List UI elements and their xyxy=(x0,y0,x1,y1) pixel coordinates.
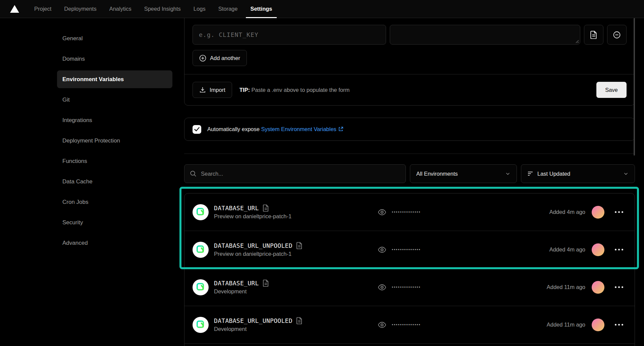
variable-environment: Preview on danieltprice-patch-1 xyxy=(214,251,303,257)
environment-filter-select[interactable]: All Environments xyxy=(410,164,517,183)
sidebar-item-advanced[interactable]: Advanced xyxy=(57,234,172,252)
environment-variables-list: DATABASE_URL Preview on danieltprice-pat… xyxy=(184,193,635,346)
row-menu-button[interactable] xyxy=(613,285,625,289)
chevron-down-icon xyxy=(505,171,511,176)
vercel-triangle-icon xyxy=(10,5,19,13)
neon-integration-icon xyxy=(193,242,209,258)
sidebar-item-git[interactable]: Git xyxy=(57,91,172,109)
note-icon[interactable] xyxy=(296,242,303,249)
plus-circle-icon xyxy=(199,55,206,62)
scrollbar-thumb[interactable] xyxy=(634,18,635,156)
expose-checkbox[interactable] xyxy=(193,125,201,134)
variable-environment: Preview on danieltprice-patch-1 xyxy=(214,213,291,220)
row-menu-button[interactable] xyxy=(613,247,625,252)
filters-row: All Environments Last Updated xyxy=(184,164,635,183)
added-timestamp: Added 4m ago xyxy=(549,246,585,253)
sidebar-item-deployment-protection[interactable]: Deployment Protection xyxy=(57,132,172,150)
env-variable-row[interactable]: DATABASE_URL_UNPOOLED Development ••••••… xyxy=(184,306,635,344)
variable-secret: •••••••••••••• xyxy=(378,231,421,268)
save-button[interactable]: Save xyxy=(596,82,627,98)
env-variable-row[interactable]: DATABASE_URL_UNPOOLED Preview on danielt… xyxy=(184,231,635,269)
nav-tab-analytics[interactable]: Analytics xyxy=(103,0,138,18)
variable-name: DATABASE_URL xyxy=(214,205,259,212)
form-footer: Import TIP: Paste a .env above to popula… xyxy=(184,74,635,105)
expose-text: Automatically expose xyxy=(207,126,261,132)
variable-name: DATABASE_URL_UNPOOLED xyxy=(214,242,292,249)
variable-value-wrap xyxy=(390,25,580,45)
nav-tab-project[interactable]: Project xyxy=(28,0,58,18)
eye-icon[interactable] xyxy=(378,321,386,329)
search-box xyxy=(184,164,406,183)
nav-tab-settings[interactable]: Settings xyxy=(244,0,278,18)
avatar xyxy=(592,281,604,294)
note-icon[interactable] xyxy=(296,317,303,324)
eye-icon[interactable] xyxy=(378,246,386,253)
env-variable-row[interactable]: DATABASE_URL Development •••••••••••••• xyxy=(184,269,635,306)
variable-info: DATABASE_URL Preview on danieltprice-pat… xyxy=(214,205,291,220)
settings-sidebar: General Domains Environment Variables Gi… xyxy=(0,18,180,346)
chevron-down-icon xyxy=(623,171,629,176)
external-link-icon xyxy=(338,126,343,132)
tip-label: TIP: xyxy=(239,87,250,93)
variable-info: DATABASE_URL_UNPOOLED Preview on danielt… xyxy=(214,242,303,257)
row-meta: Added 11m ago xyxy=(547,281,625,294)
row-menu-button[interactable] xyxy=(613,323,625,327)
row-menu-button[interactable] xyxy=(613,210,625,214)
sort-value: Last Updated xyxy=(537,171,570,177)
variable-secret: •••••••••••••• xyxy=(378,269,421,306)
sidebar-item-general[interactable]: General xyxy=(57,30,172,47)
sidebar-item-functions[interactable]: Functions xyxy=(57,152,172,170)
note-icon[interactable] xyxy=(263,280,269,287)
nav-tab-deployments[interactable]: Deployments xyxy=(58,0,103,18)
sort-select[interactable]: Last Updated xyxy=(521,164,635,183)
download-icon xyxy=(199,86,206,93)
nav-tab-storage[interactable]: Storage xyxy=(212,0,244,18)
top-navigation: Project Deployments Analytics Speed Insi… xyxy=(0,0,644,18)
sidebar-item-data-cache[interactable]: Data Cache xyxy=(57,173,172,190)
variable-secret: •••••••••••••• xyxy=(378,306,421,343)
row-meta: Added 11m ago xyxy=(547,319,625,331)
environment-filter-value: All Environments xyxy=(416,171,458,177)
section-divider xyxy=(184,154,635,154)
tip-text: TIP: Paste a .env above to populate the … xyxy=(239,87,350,93)
add-another-button[interactable]: Add another xyxy=(193,50,247,66)
paste-env-button[interactable] xyxy=(584,25,603,45)
neon-integration-icon xyxy=(193,204,209,220)
sidebar-item-security[interactable]: Security xyxy=(57,214,172,231)
eye-icon[interactable] xyxy=(378,209,386,216)
system-env-vars-link[interactable]: System Environment Variables xyxy=(261,126,343,132)
document-icon xyxy=(590,31,597,39)
masked-value: •••••••••••••• xyxy=(392,210,421,215)
row-meta: Added 4m ago xyxy=(549,243,625,256)
sidebar-item-environment-variables[interactable]: Environment Variables xyxy=(57,70,172,88)
remove-row-button[interactable] xyxy=(607,25,627,45)
sidebar-item-domains[interactable]: Domains xyxy=(57,50,172,68)
variable-environment: Development xyxy=(214,326,303,332)
import-button[interactable]: Import xyxy=(193,82,232,98)
note-icon[interactable] xyxy=(263,205,269,212)
env-variable-row[interactable]: DATABASE_URL Preview on danieltprice-pat… xyxy=(184,193,635,231)
avatar xyxy=(592,319,604,331)
eye-icon[interactable] xyxy=(378,284,386,291)
vercel-logo[interactable] xyxy=(0,0,28,18)
variable-name: DATABASE_URL_UNPOOLED xyxy=(214,317,292,324)
variable-info: DATABASE_URL_UNPOOLED Development xyxy=(214,317,303,332)
variable-value-input[interactable] xyxy=(390,25,580,45)
sidebar-item-cron-jobs[interactable]: Cron Jobs xyxy=(57,193,172,211)
search-input[interactable] xyxy=(201,171,400,177)
variable-key-input[interactable] xyxy=(193,25,386,45)
nav-tab-speed-insights[interactable]: Speed Insights xyxy=(138,0,187,18)
nav-tab-logs[interactable]: Logs xyxy=(187,0,212,18)
variable-name: DATABASE_URL xyxy=(214,280,259,287)
sidebar-item-integrations[interactable]: Integrations xyxy=(57,111,172,129)
add-variable-card: Add another Import TIP: Paste a .env abo… xyxy=(184,18,635,106)
import-label: Import xyxy=(210,87,225,93)
sort-lines-icon xyxy=(527,171,533,176)
checkmark-icon xyxy=(194,127,200,131)
masked-value: •••••••••••••• xyxy=(392,323,421,327)
avatar xyxy=(592,243,604,256)
masked-value: •••••••••••••• xyxy=(392,247,421,252)
variable-info: DATABASE_URL Development xyxy=(214,280,269,295)
minus-circle-icon xyxy=(613,31,621,39)
added-timestamp: Added 4m ago xyxy=(549,209,585,215)
